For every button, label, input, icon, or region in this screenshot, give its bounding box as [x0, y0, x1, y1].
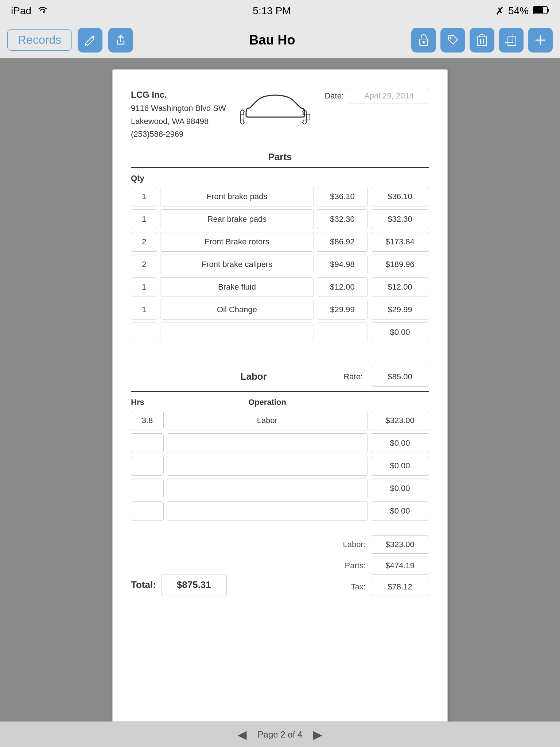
qty-cell[interactable]: 1 — [131, 209, 157, 229]
date-value[interactable]: April 29, 2014 — [349, 88, 429, 104]
labor-total-cell[interactable]: $0.00 — [371, 433, 429, 453]
tax-summary-label: Tax: — [351, 582, 366, 592]
next-page-button[interactable]: ▶ — [313, 728, 322, 742]
op-cell-empty[interactable] — [167, 433, 368, 453]
qty-cell[interactable]: 2 — [131, 255, 157, 274]
delete-button[interactable] — [470, 28, 494, 53]
total-cell[interactable]: $29.99 — [371, 300, 429, 320]
parts-header: Qty — [131, 174, 429, 183]
page-indicator: Page 2 of 4 — [258, 729, 303, 740]
hrs-cell-empty[interactable] — [131, 479, 164, 498]
tax-summary-value[interactable]: $78.12 — [371, 578, 429, 596]
content-area: LCG Inc. 9116 Washington Blvd SW Lakewoo… — [0, 58, 560, 721]
labor-rate-value[interactable]: $85.00 — [371, 367, 429, 387]
lock-button[interactable] — [411, 28, 436, 53]
hrs-cell-empty[interactable] — [131, 501, 164, 521]
share-button[interactable] — [108, 28, 133, 53]
price-cell[interactable]: $32.30 — [317, 209, 368, 229]
labor-total-cell[interactable]: $0.00 — [371, 479, 429, 498]
document: LCG Inc. 9116 Washington Blvd SW Lakewoo… — [112, 69, 448, 721]
total-left: Total: $875.31 — [131, 574, 227, 596]
total-value[interactable]: $875.31 — [161, 574, 227, 596]
total-cell[interactable]: $32.30 — [371, 209, 429, 229]
total-cell[interactable]: $12.00 — [371, 277, 429, 297]
price-cell[interactable]: $86.92 — [317, 232, 368, 252]
desc-cell[interactable]: Front Brake rotors — [160, 232, 314, 252]
op-cell-empty[interactable] — [167, 456, 368, 476]
labor-total-cell[interactable]: $0.00 — [371, 456, 429, 476]
qty-cell[interactable]: 1 — [131, 277, 157, 297]
company-phone: (253)588-2969 — [131, 128, 226, 140]
desc-cell[interactable]: Rear brake pads — [160, 209, 314, 229]
total-cell-zero[interactable]: $0.00 — [371, 322, 429, 342]
wifi-icon — [37, 5, 48, 17]
desc-cell[interactable]: Front brake pads — [160, 187, 314, 206]
price-cell[interactable]: $29.99 — [317, 300, 368, 320]
nav-bar: Records Bau Ho — [0, 22, 560, 58]
hrs-cell-empty[interactable] — [131, 456, 164, 476]
price-cell[interactable]: $36.10 — [317, 187, 368, 206]
qty-cell[interactable]: 2 — [131, 232, 157, 252]
desc-cell[interactable]: Oil Change — [160, 300, 314, 320]
parts-row: 1 Rear brake pads $32.30 $32.30 — [131, 209, 429, 229]
add-button[interactable] — [528, 28, 553, 53]
summary-right: Labor: $323.00 Parts: $474.19 Tax: $78.1… — [343, 535, 429, 596]
labor-total-cell[interactable]: $323.00 — [371, 411, 429, 430]
parts-row-empty: $0.00 — [131, 322, 429, 342]
edit-button[interactable] — [78, 28, 102, 53]
total-cell[interactable]: $189.96 — [371, 255, 429, 274]
labor-header-row: Labor Rate: $85.00 — [131, 367, 429, 392]
labor-summary-row: Labor: $323.00 — [343, 535, 429, 554]
parts-row: 1 Front brake pads $36.10 $36.10 — [131, 187, 429, 206]
op-cell-empty[interactable] — [167, 479, 368, 498]
total-cell[interactable]: $36.10 — [371, 187, 429, 206]
total-label: Total: — [131, 579, 156, 591]
company-info: LCG Inc. 9116 Washington Blvd SW Lakewoo… — [131, 88, 226, 140]
qty-cell[interactable]: 1 — [131, 187, 157, 206]
prev-page-button[interactable]: ◀ — [238, 728, 247, 742]
parts-summary-value[interactable]: $474.19 — [371, 557, 429, 575]
desc-cell[interactable]: Brake fluid — [160, 277, 314, 297]
price-cell-empty[interactable] — [317, 322, 368, 342]
page-title: Bau Ho — [139, 32, 405, 48]
parts-row: 2 Front brake calipers $94.98 $189.96 — [131, 255, 429, 274]
total-cell[interactable]: $173.84 — [371, 232, 429, 252]
labor-rate-label: Rate: — [343, 372, 363, 382]
device-label: iPad — [11, 5, 31, 17]
parts-row: 1 Oil Change $29.99 $29.99 — [131, 300, 429, 320]
op-cell[interactable]: Labor — [167, 411, 368, 430]
svg-rect-2 — [548, 9, 549, 12]
svg-rect-10 — [508, 37, 516, 46]
op-cell-empty[interactable] — [167, 501, 368, 521]
parts-row: 1 Brake fluid $12.00 $12.00 — [131, 277, 429, 297]
date-label: Date: — [324, 91, 344, 101]
svg-rect-7 — [477, 37, 487, 46]
qty-cell-empty[interactable] — [131, 322, 157, 342]
tag-button[interactable] — [440, 28, 465, 53]
labor-row-empty: $0.00 — [131, 456, 429, 476]
parts-section: Parts Qty 1 Front brake pads $36.10 $36.… — [131, 151, 429, 342]
labor-total-cell[interactable]: $0.00 — [371, 501, 429, 521]
time-display: 5:13 PM — [253, 5, 291, 17]
desc-cell[interactable]: Front brake calipers — [160, 255, 314, 274]
records-button[interactable]: Records — [7, 29, 72, 51]
desc-cell-empty[interactable] — [160, 322, 314, 342]
price-cell[interactable]: $12.00 — [317, 277, 368, 297]
hrs-cell[interactable]: 3.8 — [131, 411, 164, 430]
qty-column-header: Qty — [131, 174, 160, 183]
qty-cell[interactable]: 1 — [131, 300, 157, 320]
status-right: ✗ 54% — [495, 5, 549, 17]
svg-rect-1 — [534, 7, 543, 13]
labor-summary-value[interactable]: $323.00 — [371, 535, 429, 554]
labor-row-empty: $0.00 — [131, 433, 429, 453]
svg-point-5 — [423, 41, 425, 43]
hrs-cell-empty[interactable] — [131, 433, 164, 453]
price-cell[interactable]: $94.98 — [317, 255, 368, 274]
labor-row-empty: $0.00 — [131, 501, 429, 521]
svg-point-6 — [450, 37, 452, 39]
labor-row: 3.8 Labor $323.00 — [131, 411, 429, 430]
spacer — [131, 345, 429, 367]
copy-button[interactable] — [499, 28, 524, 53]
hrs-column-header: Hrs — [131, 398, 164, 407]
parts-summary-row: Parts: $474.19 — [345, 557, 429, 575]
